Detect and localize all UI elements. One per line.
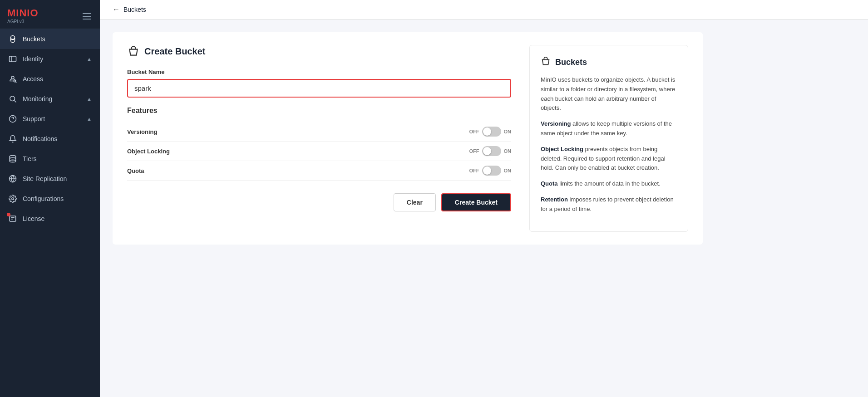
info-title: Buckets [555,58,587,67]
versioning-toggle-group: OFF ON [469,127,512,137]
features-title: Features [127,107,511,115]
svg-point-6 [10,96,15,101]
sidebar-item-notifications[interactable]: Notifications [0,129,100,149]
sidebar-item-tiers-label: Tiers [23,155,37,162]
quota-label: Quota [127,167,469,174]
quota-on-label: ON [504,168,512,173]
sidebar-item-license[interactable]: License [0,209,100,229]
bucket-name-input[interactable] [127,79,511,98]
info-description-text: MinIO uses buckets to organize objects. … [541,76,675,111]
sidebar-item-monitoring[interactable]: Monitoring ▲ [0,89,100,109]
info-title-area: Buckets [541,56,677,68]
sidebar-item-access-label: Access [23,75,43,83]
bucket-icon [8,34,17,44]
svg-point-12 [12,198,14,200]
logo-version: AGPLv3 [7,19,39,24]
form-buttons: Clear Create Bucket [127,193,511,211]
configurations-icon [8,194,17,203]
info-bucket-icon [541,56,551,68]
object-locking-row: Object Locking OFF ON [127,142,511,161]
info-object-locking: Object Locking prevents objects from bei… [541,145,677,173]
sidebar-item-notifications-label: Notifications [23,135,57,142]
sidebar-item-support[interactable]: Support ▲ [0,109,100,129]
hamburger-line-2 [83,16,91,17]
sidebar-item-configurations-label: Configurations [23,195,64,202]
form-bucket-icon [127,45,140,58]
bucket-name-group: Bucket Name [127,69,511,98]
sidebar-item-identity-label: Identity [23,55,43,63]
breadcrumb-buckets[interactable]: Buckets [123,6,146,13]
create-bucket-button[interactable]: Create Bucket [441,193,511,211]
monitoring-chevron-icon: ▲ [87,96,92,102]
object-locking-off-label: OFF [469,148,479,154]
info-versioning-title: Versioning [541,120,571,127]
create-bucket-form: Create Bucket Bucket Name Features Versi… [127,45,511,232]
bucket-name-label: Bucket Name [127,69,511,75]
info-retention: Retention imposes rules to prevent objec… [541,195,677,214]
info-quota-text: limits the amount of data in the bucket. [559,180,661,187]
clear-button[interactable]: Clear [394,193,436,211]
logo-area: MINIO AGPLv3 [0,0,100,29]
versioning-on-label: ON [504,129,512,134]
tiers-icon [8,154,17,163]
features-section: Features Versioning OFF ON Object Lockin… [127,107,511,181]
identity-chevron-icon: ▲ [87,56,92,62]
form-title-area: Create Bucket [127,45,511,58]
sidebar-item-monitoring-label: Monitoring [23,95,52,103]
versioning-toggle[interactable] [482,127,501,137]
svg-rect-1 [10,56,16,62]
license-dot-icon [7,213,10,216]
topbar: ← Buckets [100,0,868,20]
form-title: Create Bucket [144,46,206,57]
logo-text: MINIO AGPLv3 [7,8,39,24]
logo-brand: MINIO [7,8,39,18]
identity-icon [8,54,17,64]
quota-toggle[interactable] [482,166,501,176]
hamburger-line-3 [83,19,91,20]
object-locking-on-label: ON [504,148,512,154]
sidebar-item-buckets-label: Buckets [23,35,45,43]
logo-min: MIN [7,7,27,19]
versioning-row: Versioning OFF ON [127,122,511,142]
info-panel: Buckets MinIO uses buckets to organize o… [529,45,688,232]
info-object-locking-title: Object Locking [541,146,583,152]
page-card: Create Bucket Bucket Name Features Versi… [113,32,703,245]
object-locking-toggle-group: OFF ON [469,146,512,156]
notifications-icon [8,134,17,143]
object-locking-toggle[interactable] [482,146,501,156]
sidebar-item-identity[interactable]: Identity ▲ [0,49,100,69]
support-icon [8,114,17,123]
svg-point-10 [10,156,16,158]
sidebar-item-site-replication-label: Site Replication [23,175,67,182]
svg-point-3 [11,76,14,79]
logo-io: IO [27,7,38,19]
info-description: MinIO uses buckets to organize objects. … [541,75,677,113]
monitoring-icon [8,94,17,103]
svg-line-5 [15,82,16,83]
license-icon [8,214,17,223]
sidebar-item-license-label: License [23,215,44,222]
menu-toggle-button[interactable] [81,11,93,21]
quota-row: Quota OFF ON [127,161,511,181]
info-retention-title: Retention [541,196,568,203]
sidebar-item-tiers[interactable]: Tiers [0,149,100,169]
content-area: Create Bucket Bucket Name Features Versi… [100,20,868,397]
quota-toggle-group: OFF ON [469,166,512,176]
sidebar-item-site-replication[interactable]: Site Replication [0,169,100,189]
sidebar-item-buckets[interactable]: Buckets [0,29,100,49]
hamburger-line-1 [83,13,91,14]
sidebar-item-configurations[interactable]: Configurations [0,189,100,209]
support-chevron-icon: ▲ [87,116,92,122]
info-quota: Quota limits the amount of data in the b… [541,179,677,189]
svg-line-7 [14,100,16,102]
versioning-label: Versioning [127,128,469,135]
info-quota-title: Quota [541,180,558,187]
sidebar-item-support-label: Support [23,115,45,123]
object-locking-label: Object Locking [127,148,469,155]
back-arrow-icon[interactable]: ← [113,5,120,14]
sidebar-item-access[interactable]: Access [0,69,100,89]
info-versioning: Versioning allows to keep multiple versi… [541,119,677,138]
site-replication-icon [8,174,17,183]
sidebar: MINIO AGPLv3 Buckets Identity ▲ Access [0,0,100,397]
main-content: ← Buckets Create Bucket Bucket Name Feat… [100,0,868,397]
